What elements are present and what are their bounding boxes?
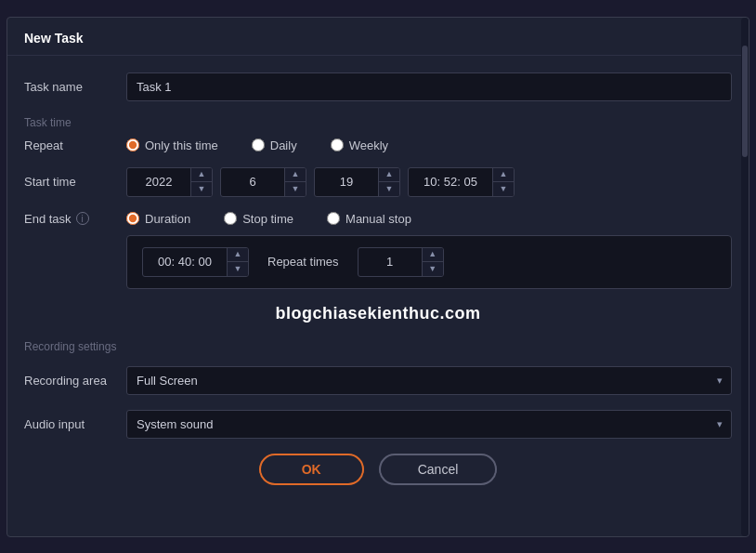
recording-area-dropdown-wrap: Full Screen ▾ [126,366,732,395]
audio-input-label: Audio input [24,417,126,431]
time-input[interactable] [409,169,492,194]
start-time-label: Start time [24,175,126,189]
task-time-section-label: Task time [24,116,732,129]
task-name-row: Task name [24,72,732,101]
end-task-manual-stop-radio[interactable] [327,212,340,225]
repeat-daily-radio[interactable] [252,138,265,151]
end-task-duration-label: Duration [145,212,190,226]
time-spinner-btns: ▲ ▼ [492,168,514,196]
time-down-btn[interactable]: ▼ [493,182,514,196]
end-task-stop-time-radio[interactable] [224,212,237,225]
end-task-stop-time-label: Stop time [242,212,293,226]
repeat-times-input[interactable] [358,249,422,274]
task-name-label: Task name [24,80,126,94]
end-task-stop-time[interactable]: Stop time [224,212,293,226]
recording-settings-label: Recording settings [24,340,732,353]
duration-panel: ▲ ▼ Repeat times ▲ ▼ [126,235,732,289]
watermark: blogchiasekienthuc.com [24,304,732,323]
month-up-btn[interactable]: ▲ [285,168,306,182]
year-spinner-btns: ▲ ▼ [190,168,212,196]
task-name-input[interactable] [126,72,732,101]
button-row: OK Cancel [24,454,732,493]
dialog-body: Task name Task time Repeat Only this tim… [7,56,749,506]
audio-input-row: Audio input System sound ▾ [24,410,732,439]
duration-input[interactable] [143,249,227,274]
dialog-title: New Task [7,18,749,56]
ok-button[interactable]: OK [259,454,364,485]
repeat-times-down-btn[interactable]: ▼ [423,262,443,276]
repeat-row: Repeat Only this time Daily Weekly [24,138,732,152]
repeat-times-spinner-btns: ▲ ▼ [422,248,443,276]
repeat-label: Repeat [24,138,126,152]
year-input[interactable] [127,169,190,194]
duration-up-btn[interactable]: ▲ [228,248,248,262]
end-task-row: End task i Duration Stop time Manual sto… [24,212,732,226]
recording-area-label: Recording area [24,374,126,388]
day-up-btn[interactable]: ▲ [379,168,399,182]
scrollbar[interactable] [741,18,749,536]
repeat-weekly[interactable]: Weekly [331,138,388,152]
day-down-btn[interactable]: ▼ [379,182,399,196]
end-task-label-wrap: End task i [24,212,126,226]
end-task-duration-radio[interactable] [126,212,139,225]
start-time-spinners: ▲ ▼ ▲ ▼ ▲ ▼ [126,167,732,197]
scrollbar-thumb [742,46,748,157]
cancel-button[interactable]: Cancel [379,454,498,485]
end-task-duration[interactable]: Duration [126,212,190,226]
repeat-times-spinner: ▲ ▼ [358,247,444,277]
year-up-btn[interactable]: ▲ [191,168,212,182]
month-input[interactable] [221,169,284,194]
repeat-daily-label: Daily [270,138,297,152]
repeat-only-this-time-label: Only this time [145,138,218,152]
time-spinner: ▲ ▼ [408,167,515,197]
end-task-manual-stop[interactable]: Manual stop [327,212,411,226]
repeat-times-label: Repeat times [267,255,339,269]
repeat-daily[interactable]: Daily [252,138,297,152]
day-spinner: ▲ ▼ [314,167,400,197]
month-spinner-btns: ▲ ▼ [284,168,306,196]
time-up-btn[interactable]: ▲ [493,168,514,182]
duration-spinner: ▲ ▼ [142,247,249,277]
year-spinner: ▲ ▼ [126,167,213,197]
repeat-times-up-btn[interactable]: ▲ [423,248,443,262]
end-task-label: End task [24,212,72,226]
repeat-weekly-radio[interactable] [331,138,344,151]
year-down-btn[interactable]: ▼ [191,182,212,196]
audio-input-select[interactable]: System sound [126,410,732,439]
repeat-radio-group: Only this time Daily Weekly [126,138,732,152]
month-down-btn[interactable]: ▼ [285,182,306,196]
end-task-manual-stop-label: Manual stop [345,212,411,226]
repeat-weekly-label: Weekly [349,138,388,152]
duration-down-btn[interactable]: ▼ [228,262,248,276]
recording-area-row: Recording area Full Screen ▾ [24,366,732,395]
repeat-only-this-time-radio[interactable] [126,138,139,151]
new-task-dialog: New Task Task name Task time Repeat Only… [7,17,749,537]
start-time-row: Start time ▲ ▼ ▲ ▼ [24,167,732,197]
end-task-radio-group: Duration Stop time Manual stop [126,212,732,226]
duration-spinner-btns: ▲ ▼ [227,248,248,276]
repeat-only-this-time[interactable]: Only this time [126,138,218,152]
month-spinner: ▲ ▼ [220,167,306,197]
recording-area-select[interactable]: Full Screen [126,366,732,395]
day-spinner-btns: ▲ ▼ [378,168,399,196]
day-input[interactable] [315,169,378,194]
end-task-info-icon[interactable]: i [76,212,89,225]
audio-input-dropdown-wrap: System sound ▾ [126,410,732,439]
